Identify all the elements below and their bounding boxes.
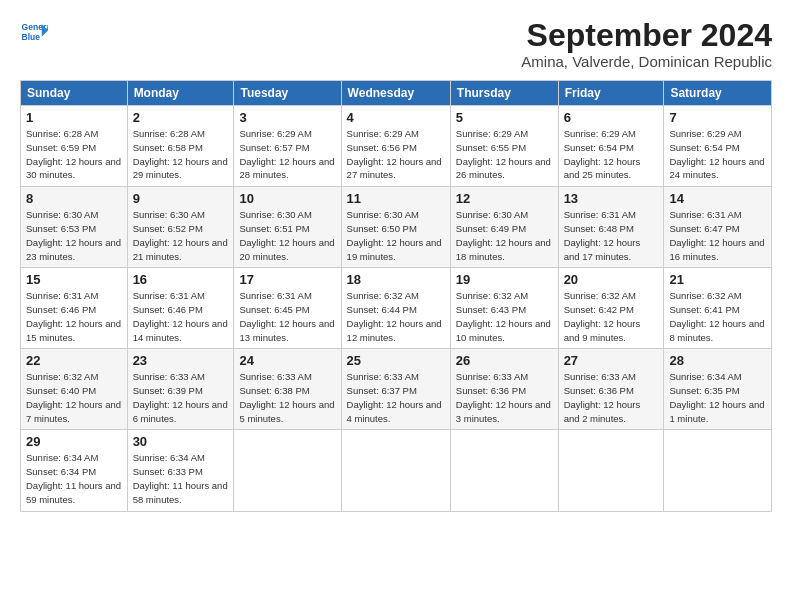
calendar-cell: 22Sunrise: 6:32 AMSunset: 6:40 PMDayligh… [21,349,128,430]
sunrise-time: Sunrise: 6:32 AM [456,290,528,301]
day-info: Sunrise: 6:29 AMSunset: 6:54 PMDaylight:… [669,127,766,182]
day-number: 14 [669,191,766,206]
sunrise-time: Sunrise: 6:33 AM [347,371,419,382]
daylight-hours: Daylight: 12 hours and 16 minutes. [669,237,764,262]
calendar-cell [558,430,664,511]
calendar-cell: 30Sunrise: 6:34 AMSunset: 6:33 PMDayligh… [127,430,234,511]
calendar-cell: 19Sunrise: 6:32 AMSunset: 6:43 PMDayligh… [450,268,558,349]
day-info: Sunrise: 6:34 AMSunset: 6:34 PMDaylight:… [26,451,122,506]
daylight-hours: Daylight: 12 hours and 21 minutes. [133,237,228,262]
svg-text:Blue: Blue [22,32,41,42]
day-number: 17 [239,272,335,287]
calendar-cell: 4Sunrise: 6:29 AMSunset: 6:56 PMDaylight… [341,106,450,187]
daylight-hours: Daylight: 12 hours and 24 minutes. [669,156,764,181]
day-number: 28 [669,353,766,368]
daylight-hours: Daylight: 12 hours and 28 minutes. [239,156,334,181]
daylight-hours: Daylight: 12 hours and 14 minutes. [133,318,228,343]
day-number: 25 [347,353,445,368]
sunrise-time: Sunrise: 6:34 AM [133,452,205,463]
day-info: Sunrise: 6:34 AMSunset: 6:35 PMDaylight:… [669,370,766,425]
day-info: Sunrise: 6:30 AMSunset: 6:49 PMDaylight:… [456,208,553,263]
daylight-hours: Daylight: 12 hours and 1 minute. [669,399,764,424]
calendar-cell: 5Sunrise: 6:29 AMSunset: 6:55 PMDaylight… [450,106,558,187]
col-saturday: Saturday [664,81,772,106]
day-info: Sunrise: 6:32 AMSunset: 6:40 PMDaylight:… [26,370,122,425]
calendar-cell: 11Sunrise: 6:30 AMSunset: 6:50 PMDayligh… [341,187,450,268]
daylight-hours: Daylight: 12 hours and 29 minutes. [133,156,228,181]
sunrise-time: Sunrise: 6:30 AM [133,209,205,220]
calendar-cell: 28Sunrise: 6:34 AMSunset: 6:35 PMDayligh… [664,349,772,430]
day-number: 30 [133,434,229,449]
sunset-time: Sunset: 6:45 PM [239,304,309,315]
calendar-cell: 24Sunrise: 6:33 AMSunset: 6:38 PMDayligh… [234,349,341,430]
sunrise-time: Sunrise: 6:33 AM [456,371,528,382]
sunrise-time: Sunrise: 6:30 AM [26,209,98,220]
day-info: Sunrise: 6:31 AMSunset: 6:45 PMDaylight:… [239,289,335,344]
sunset-time: Sunset: 6:56 PM [347,142,417,153]
calendar-cell: 9Sunrise: 6:30 AMSunset: 6:52 PMDaylight… [127,187,234,268]
day-info: Sunrise: 6:31 AMSunset: 6:46 PMDaylight:… [133,289,229,344]
sunset-time: Sunset: 6:48 PM [564,223,634,234]
day-number: 11 [347,191,445,206]
logo: General Blue [20,18,48,46]
daylight-hours: Daylight: 12 hours and 6 minutes. [133,399,228,424]
sunset-time: Sunset: 6:52 PM [133,223,203,234]
daylight-hours: Daylight: 12 hours and 10 minutes. [456,318,551,343]
calendar-cell: 16Sunrise: 6:31 AMSunset: 6:46 PMDayligh… [127,268,234,349]
sunrise-time: Sunrise: 6:30 AM [239,209,311,220]
sunset-time: Sunset: 6:41 PM [669,304,739,315]
sunrise-time: Sunrise: 6:33 AM [239,371,311,382]
sunrise-time: Sunrise: 6:32 AM [26,371,98,382]
day-number: 22 [26,353,122,368]
day-number: 2 [133,110,229,125]
calendar-table: Sunday Monday Tuesday Wednesday Thursday… [20,80,772,511]
day-info: Sunrise: 6:30 AMSunset: 6:52 PMDaylight:… [133,208,229,263]
sunset-time: Sunset: 6:49 PM [456,223,526,234]
calendar-cell: 29Sunrise: 6:34 AMSunset: 6:34 PMDayligh… [21,430,128,511]
col-thursday: Thursday [450,81,558,106]
calendar-cell: 1Sunrise: 6:28 AMSunset: 6:59 PMDaylight… [21,106,128,187]
day-number: 18 [347,272,445,287]
calendar-cell: 13Sunrise: 6:31 AMSunset: 6:48 PMDayligh… [558,187,664,268]
sunrise-time: Sunrise: 6:33 AM [133,371,205,382]
calendar-cell: 12Sunrise: 6:30 AMSunset: 6:49 PMDayligh… [450,187,558,268]
day-info: Sunrise: 6:31 AMSunset: 6:47 PMDaylight:… [669,208,766,263]
sunrise-time: Sunrise: 6:29 AM [456,128,528,139]
sunset-time: Sunset: 6:44 PM [347,304,417,315]
day-number: 23 [133,353,229,368]
daylight-hours: Daylight: 11 hours and 58 minutes. [133,480,228,505]
day-number: 16 [133,272,229,287]
sunrise-time: Sunrise: 6:29 AM [564,128,636,139]
col-monday: Monday [127,81,234,106]
sunrise-time: Sunrise: 6:33 AM [564,371,636,382]
day-number: 7 [669,110,766,125]
sunset-time: Sunset: 6:47 PM [669,223,739,234]
day-info: Sunrise: 6:31 AMSunset: 6:46 PMDaylight:… [26,289,122,344]
col-sunday: Sunday [21,81,128,106]
daylight-hours: Daylight: 12 hours and 18 minutes. [456,237,551,262]
sunset-time: Sunset: 6:51 PM [239,223,309,234]
header: General Blue September 2024 Amina, Valve… [20,18,772,70]
sunrise-time: Sunrise: 6:32 AM [669,290,741,301]
sunrise-time: Sunrise: 6:31 AM [669,209,741,220]
daylight-hours: Daylight: 12 hours and 7 minutes. [26,399,121,424]
day-info: Sunrise: 6:34 AMSunset: 6:33 PMDaylight:… [133,451,229,506]
day-info: Sunrise: 6:32 AMSunset: 6:44 PMDaylight:… [347,289,445,344]
sunrise-time: Sunrise: 6:29 AM [669,128,741,139]
day-number: 26 [456,353,553,368]
day-info: Sunrise: 6:29 AMSunset: 6:57 PMDaylight:… [239,127,335,182]
day-info: Sunrise: 6:33 AMSunset: 6:38 PMDaylight:… [239,370,335,425]
sunset-time: Sunset: 6:43 PM [456,304,526,315]
calendar-cell [450,430,558,511]
sunset-time: Sunset: 6:36 PM [564,385,634,396]
sunrise-time: Sunrise: 6:28 AM [26,128,98,139]
sunrise-time: Sunrise: 6:30 AM [456,209,528,220]
day-info: Sunrise: 6:33 AMSunset: 6:37 PMDaylight:… [347,370,445,425]
calendar-cell [234,430,341,511]
day-info: Sunrise: 6:31 AMSunset: 6:48 PMDaylight:… [564,208,659,263]
day-info: Sunrise: 6:32 AMSunset: 6:43 PMDaylight:… [456,289,553,344]
calendar-cell: 20Sunrise: 6:32 AMSunset: 6:42 PMDayligh… [558,268,664,349]
daylight-hours: Daylight: 12 hours and 19 minutes. [347,237,442,262]
sunset-time: Sunset: 6:38 PM [239,385,309,396]
sunset-time: Sunset: 6:50 PM [347,223,417,234]
